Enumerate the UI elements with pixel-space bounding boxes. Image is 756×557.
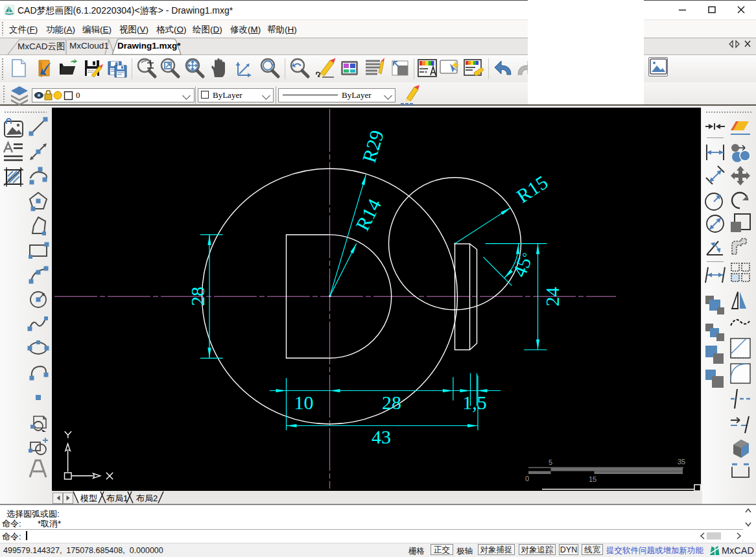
- svg-text:1,5: 1,5: [462, 392, 487, 413]
- svg-text:28: 28: [382, 392, 401, 413]
- svg-text:10: 10: [294, 392, 314, 413]
- svg-text:0: 0: [525, 475, 529, 482]
- svg-text:28: 28: [187, 287, 208, 306]
- svg-text:R15: R15: [513, 171, 552, 207]
- svg-text:15: 15: [589, 475, 597, 483]
- svg-text:35: 35: [678, 458, 685, 466]
- svg-text:24: 24: [541, 287, 563, 307]
- svg-text:5: 5: [549, 458, 552, 466]
- svg-text:R14: R14: [351, 195, 385, 234]
- svg-text:R29: R29: [358, 128, 388, 165]
- svg-text:43: 43: [372, 426, 391, 447]
